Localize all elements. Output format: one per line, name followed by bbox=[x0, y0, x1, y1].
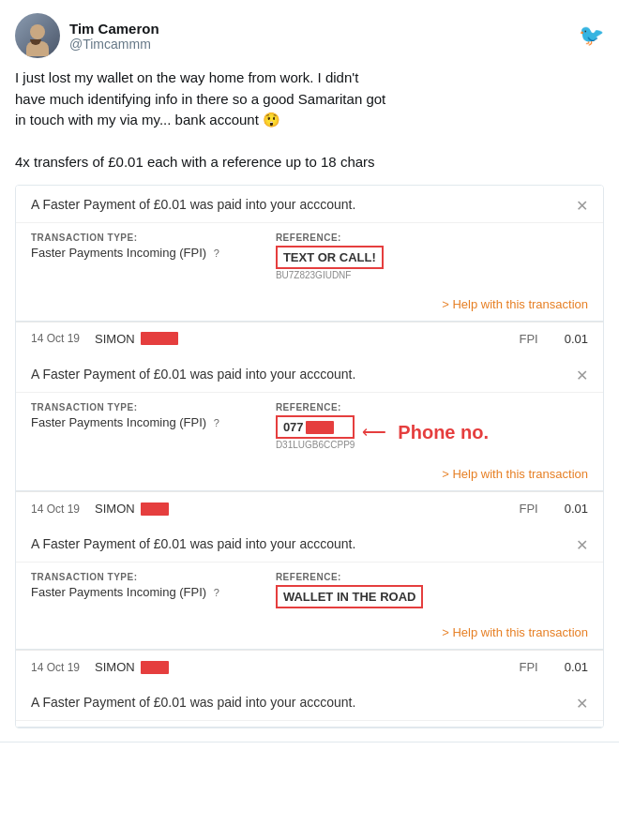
transaction-row-3: 14 Oct 19 SIMON FPI 0.01 bbox=[16, 650, 603, 683]
transaction-type-field-2: TRANSACTION TYPE: Faster Payments Incomi… bbox=[31, 402, 219, 451]
notification-title-3: A Faster Payment of £0.01 was paid into … bbox=[31, 536, 355, 551]
reference-value-1: TEXT OR CALL! bbox=[276, 246, 384, 269]
reference-sub-1: BU7Z823GIUDNF bbox=[276, 270, 384, 280]
bank-footer-1: > Help with this transaction bbox=[16, 290, 603, 321]
transaction-type-badge-3: FPI bbox=[519, 660, 537, 674]
transaction-type-label-3: TRANSACTION TYPE: bbox=[31, 572, 219, 582]
transaction-type-field-1: TRANSACTION TYPE: Faster Payments Incomi… bbox=[31, 232, 219, 280]
transaction-amount-1: 0.01 bbox=[565, 332, 588, 346]
tweet: Tim Cameron @Timcammm 🐦 I just lost my w… bbox=[0, 0, 619, 742]
transaction-name-3: SIMON bbox=[95, 660, 169, 674]
phone-annotation-container: ⟵ Phone no. bbox=[362, 422, 489, 443]
tweet-text: I just lost my wallet on the way home fr… bbox=[15, 68, 604, 173]
reference-label-3: REFERENCE: bbox=[276, 572, 424, 582]
bank-footer-3: > Help with this transaction bbox=[16, 618, 603, 649]
redacted-name-1 bbox=[141, 332, 178, 345]
bank-notification-header-2: A Faster Payment of £0.01 was paid into … bbox=[16, 355, 603, 393]
transaction-type-badge-1: FPI bbox=[519, 332, 537, 346]
close-icon-4[interactable]: ✕ bbox=[576, 695, 588, 712]
close-icon-3[interactable]: ✕ bbox=[576, 536, 588, 554]
avatar bbox=[15, 13, 60, 58]
transaction-date-1: 14 Oct 19 bbox=[31, 332, 80, 345]
transaction-type-label-2: TRANSACTION TYPE: bbox=[31, 402, 219, 412]
transaction-amount-3: 0.01 bbox=[565, 660, 588, 674]
fpi-help-2[interactable]: ? bbox=[214, 417, 219, 428]
bank-notifications-container: A Faster Payment of £0.01 was paid into … bbox=[15, 185, 604, 729]
bank-notification-4: A Faster Payment of £0.01 was paid into … bbox=[16, 683, 603, 728]
reference-label-1: REFERENCE: bbox=[276, 232, 384, 243]
reference-sub-2: D31LUGB6CCPP9 bbox=[276, 440, 355, 450]
display-name[interactable]: Tim Cameron bbox=[69, 21, 579, 37]
reference-value-3: WALLET IN THE ROAD bbox=[276, 585, 424, 608]
phone-annotation-text: Phone no. bbox=[398, 422, 489, 443]
transaction-row-2: 14 Oct 19 SIMON FPI 0.01 bbox=[16, 491, 603, 525]
transaction-date-3: 14 Oct 19 bbox=[31, 661, 80, 674]
reference-field-3: REFERENCE: WALLET IN THE ROAD bbox=[276, 572, 424, 608]
notification-title-4: A Faster Payment of £0.01 was paid into … bbox=[31, 695, 355, 710]
username[interactable]: @Timcammm bbox=[69, 37, 579, 52]
help-link-2[interactable]: > Help with this transaction bbox=[442, 467, 588, 481]
bank-notification-2: A Faster Payment of £0.01 was paid into … bbox=[16, 355, 603, 492]
bank-notification-1: A Faster Payment of £0.01 was paid into … bbox=[16, 186, 603, 322]
bank-notification-3: A Faster Payment of £0.01 was paid into … bbox=[16, 525, 603, 650]
help-link-1[interactable]: > Help with this transaction bbox=[442, 297, 588, 311]
bank-body-3: TRANSACTION TYPE: Faster Payments Incomi… bbox=[16, 562, 603, 618]
reference-value-container-2: 077 D31LUGB6CCPP9 bbox=[276, 415, 355, 451]
transaction-name-2: SIMON bbox=[95, 502, 169, 516]
transaction-type-badge-2: FPI bbox=[519, 502, 537, 516]
transaction-type-field-3: TRANSACTION TYPE: Faster Payments Incomi… bbox=[31, 572, 219, 608]
close-icon-1[interactable]: ✕ bbox=[576, 197, 588, 215]
redacted-name-2 bbox=[141, 502, 169, 516]
transaction-date-2: 14 Oct 19 bbox=[31, 502, 80, 516]
reference-value-container-3: WALLET IN THE ROAD bbox=[276, 585, 424, 608]
reference-value-container-1: TEXT OR CALL! BU7Z823GIUDNF bbox=[276, 246, 384, 280]
bank-body-1: TRANSACTION TYPE: Faster Payments Incomi… bbox=[16, 223, 603, 290]
tweet-header: Tim Cameron @Timcammm 🐦 bbox=[15, 13, 604, 58]
notification-title-2: A Faster Payment of £0.01 was paid into … bbox=[31, 367, 355, 382]
bank-notification-header-3: A Faster Payment of £0.01 was paid into … bbox=[16, 525, 603, 562]
bank-body-2: TRANSACTION TYPE: Faster Payments Incomi… bbox=[16, 393, 603, 460]
twitter-bird-icon: 🐦 bbox=[579, 23, 604, 48]
bank-footer-2: > Help with this transaction bbox=[16, 459, 603, 490]
transaction-type-value-3: Faster Payments Incoming (FPI) ? bbox=[31, 585, 219, 599]
fpi-help-1[interactable]: ? bbox=[214, 248, 219, 259]
reference-label-2: REFERENCE: bbox=[276, 402, 489, 412]
transaction-row-1: 14 Oct 19 SIMON FPI 0.01 bbox=[16, 322, 603, 355]
fpi-help-3[interactable]: ? bbox=[214, 587, 219, 598]
reference-field-1: REFERENCE: TEXT OR CALL! BU7Z823GIUDNF bbox=[276, 232, 384, 280]
transaction-type-value-1: Faster Payments Incoming (FPI) ? bbox=[31, 246, 219, 260]
transaction-type-label-1: TRANSACTION TYPE: bbox=[31, 232, 219, 243]
bank-notification-header-1: A Faster Payment of £0.01 was paid into … bbox=[16, 186, 603, 223]
reference-value-2: 077 bbox=[276, 415, 355, 440]
redacted-name-3 bbox=[141, 661, 169, 674]
reference-field-2: REFERENCE: 077 D31LUGB6CCPP9 ⟵ Phone no. bbox=[276, 402, 489, 451]
transaction-name-1: SIMON bbox=[95, 332, 178, 346]
transaction-type-value-2: Faster Payments Incoming (FPI) ? bbox=[31, 415, 219, 429]
arrow-right-icon: ⟵ bbox=[362, 422, 386, 442]
redacted-phone bbox=[306, 421, 334, 434]
reference-area-2: 077 D31LUGB6CCPP9 ⟵ Phone no. bbox=[276, 415, 489, 451]
bank-notification-header-4: A Faster Payment of £0.01 was paid into … bbox=[16, 683, 603, 721]
close-icon-2[interactable]: ✕ bbox=[576, 367, 588, 384]
transaction-amount-2: 0.01 bbox=[565, 502, 588, 516]
notification-title-1: A Faster Payment of £0.01 was paid into … bbox=[31, 197, 355, 212]
user-info: Tim Cameron @Timcammm bbox=[69, 21, 579, 52]
help-link-3[interactable]: > Help with this transaction bbox=[442, 625, 588, 639]
